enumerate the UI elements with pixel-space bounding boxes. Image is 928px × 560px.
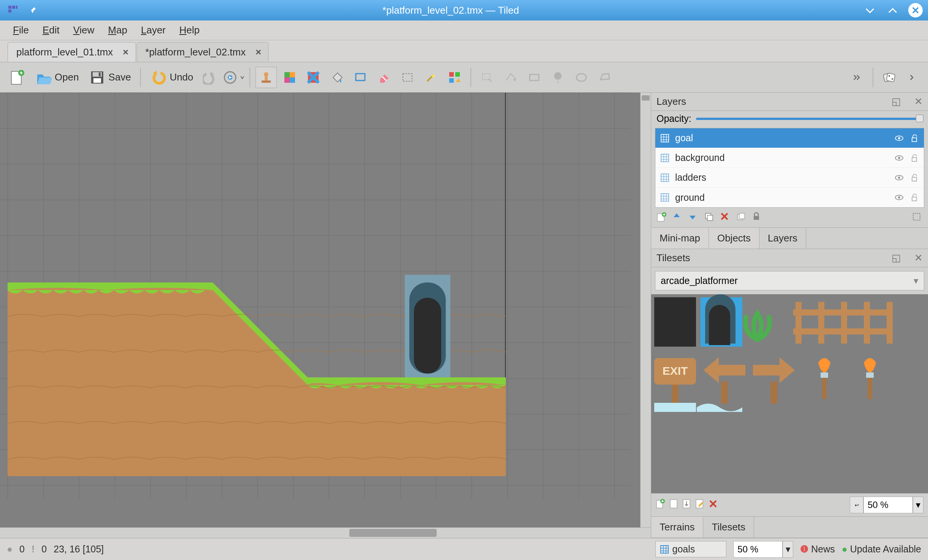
undock-icon[interactable]: ◱	[892, 96, 901, 107]
maximize-button[interactable]	[885, 3, 900, 17]
new-layer-icon[interactable]	[657, 212, 667, 223]
embed-tileset-icon[interactable]	[669, 499, 678, 511]
zoom-input[interactable]	[733, 541, 783, 558]
tab-terrains[interactable]: Terrains	[651, 517, 703, 538]
close-icon[interactable]: ×	[256, 46, 261, 58]
tab-minimap[interactable]: Mini-map	[651, 228, 709, 249]
lock-all-icon[interactable]	[752, 212, 763, 223]
eraser-tool[interactable]	[373, 67, 395, 88]
new-button[interactable]	[5, 67, 29, 88]
current-layer-dropdown[interactable]: goals	[655, 541, 727, 557]
delete-layer-icon[interactable]	[720, 212, 731, 223]
export-tileset-icon[interactable]	[682, 499, 691, 511]
edit-polygons-tool[interactable]	[500, 67, 521, 88]
save-button[interactable]: Save	[85, 67, 135, 88]
insert-point-tool[interactable]	[547, 67, 568, 88]
vertical-scrollbar[interactable]	[640, 93, 651, 527]
menu-layer[interactable]: Layer	[141, 24, 166, 36]
svg-rect-20	[449, 72, 454, 77]
tileset-view[interactable]: EXIT	[651, 294, 928, 493]
opacity-slider[interactable]: Opacity:	[651, 111, 928, 128]
magic-wand-tool[interactable]	[420, 67, 442, 88]
more-tools-2[interactable]	[902, 67, 923, 88]
menu-view[interactable]: View	[73, 24, 95, 36]
layer-row-ground[interactable]: ground	[655, 188, 924, 207]
insert-polygon-tool[interactable]	[594, 67, 616, 88]
layer-row-ladders[interactable]: ladders	[655, 168, 924, 188]
more-tools[interactable]	[846, 67, 867, 88]
menu-help[interactable]: Help	[179, 24, 199, 36]
update-available-button[interactable]: ● Update Available	[842, 544, 921, 555]
error-icon[interactable]: ●	[7, 544, 13, 555]
rectangle-select-tool[interactable]	[397, 67, 418, 88]
insert-ellipse-tool[interactable]	[571, 67, 592, 88]
tile-layer-icon	[660, 173, 670, 183]
undock-icon[interactable]: ◱	[892, 252, 901, 264]
menu-map[interactable]: Map	[108, 24, 128, 36]
visibility-icon[interactable]	[894, 192, 904, 202]
tab-objects[interactable]: Objects	[709, 228, 759, 249]
pin-icon[interactable]	[29, 5, 39, 16]
svg-rect-2	[8, 9, 11, 13]
tab-tilesets[interactable]: Tilesets	[703, 517, 754, 538]
highlight-current-layer-icon[interactable]	[912, 212, 923, 223]
map-canvas[interactable]	[0, 93, 640, 527]
svg-rect-15	[290, 72, 295, 77]
insert-rectangle-tool[interactable]	[524, 67, 545, 88]
close-button[interactable]	[908, 3, 923, 17]
delete-tileset-icon[interactable]	[709, 500, 717, 510]
minimize-button[interactable]	[863, 3, 877, 17]
tileset-zoom-input[interactable]	[863, 497, 913, 513]
visibility-icon[interactable]	[894, 133, 904, 143]
menu-file[interactable]: File	[13, 24, 29, 36]
select-same-tile-tool[interactable]	[444, 67, 465, 88]
chevron-down-icon[interactable]: ▾	[913, 497, 923, 513]
svg-rect-45	[661, 194, 669, 201]
tileset-selector[interactable]: arcade_platformer ▾	[655, 271, 924, 290]
move-layer-up-icon[interactable]	[672, 212, 683, 223]
chevron-down-icon[interactable]: ▾	[783, 541, 793, 558]
command-button[interactable]	[223, 67, 244, 88]
layers-list: goal background ladders ground	[655, 128, 924, 208]
menu-edit[interactable]: Edit	[43, 24, 60, 36]
select-objects-tool[interactable]	[477, 67, 498, 88]
tile-layer-icon	[660, 133, 670, 143]
toolbar: Open Save Undo	[0, 62, 928, 93]
lock-icon[interactable]	[909, 133, 919, 143]
tab-platform-level-02[interactable]: *platform_level_02.tmx ×	[137, 42, 269, 62]
random-mode-button[interactable]	[879, 67, 900, 88]
undo-button[interactable]: Undo	[146, 67, 197, 88]
tab-layers[interactable]: Layers	[759, 228, 806, 249]
close-icon[interactable]: ✕	[914, 252, 923, 264]
horizontal-scrollbar[interactable]	[0, 527, 651, 538]
shape-fill-tool[interactable]	[350, 67, 371, 88]
news-button[interactable]: ❶ News	[800, 544, 835, 555]
lock-icon[interactable]	[909, 173, 919, 183]
move-layer-down-icon[interactable]	[688, 212, 699, 223]
lock-icon[interactable]	[909, 192, 919, 202]
layer-row-background[interactable]: background	[655, 148, 924, 168]
duplicate-layer-icon[interactable]	[704, 212, 715, 223]
redo-button[interactable]	[199, 67, 221, 88]
bucket-fill-tool[interactable]	[326, 67, 347, 88]
visibility-icon[interactable]	[894, 153, 904, 163]
tab-platform-level-01[interactable]: platform_level_01.tmx ×	[8, 42, 136, 62]
svg-rect-74	[868, 378, 872, 399]
terrain-brush-tool[interactable]	[279, 67, 300, 88]
visibility-icon[interactable]	[894, 173, 904, 183]
warning-icon[interactable]: !	[32, 544, 35, 555]
edit-tileset-icon[interactable]	[695, 499, 704, 511]
wang-brush-tool[interactable]	[303, 67, 324, 88]
zoom-reset-button[interactable]: ↩	[850, 497, 863, 513]
other-layers-icon[interactable]	[736, 212, 747, 223]
layer-row-goal[interactable]: goal	[655, 128, 924, 148]
new-tileset-icon[interactable]	[656, 499, 665, 511]
svg-rect-59	[795, 302, 802, 344]
open-button[interactable]: Open	[31, 67, 83, 88]
statusbar: ●0 !0 23, 16 [105] goals ▾ ❶ News ● Upda…	[0, 538, 928, 560]
lock-icon[interactable]	[909, 153, 919, 163]
close-icon[interactable]: ✕	[914, 96, 923, 107]
svg-rect-69	[721, 382, 728, 404]
close-icon[interactable]: ×	[123, 46, 128, 58]
stamp-tool[interactable]	[256, 67, 277, 88]
